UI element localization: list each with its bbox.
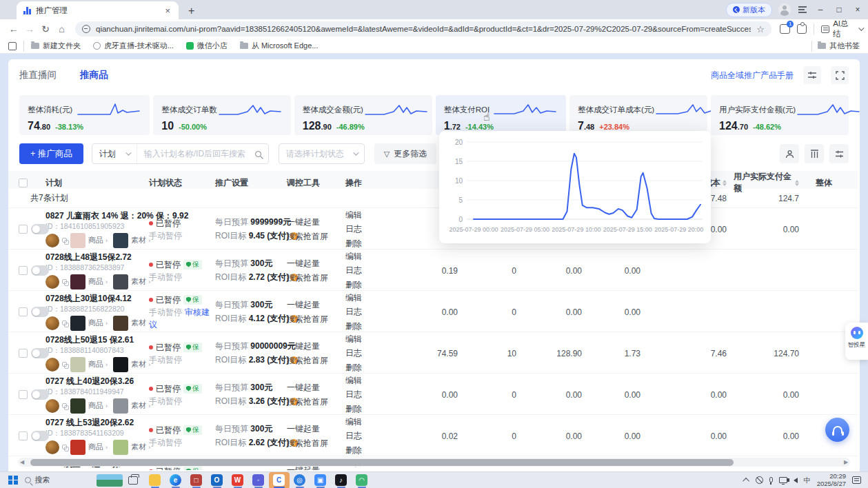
edit-link[interactable]: 编辑 xyxy=(345,415,387,429)
stat-card-5[interactable]: 整体成交订单成本(元)7.48+23.84% xyxy=(569,95,707,135)
browser-tab[interactable]: 推广管理 × xyxy=(17,1,179,19)
taskbar-app-wps-office[interactable]: W xyxy=(228,472,248,488)
search-top-screen-link[interactable]: 搜索抢首屏 xyxy=(287,436,345,450)
system-clock[interactable]: 20:29 2025/8/27 xyxy=(817,473,846,488)
one-click-boost-link[interactable]: 一键起量 xyxy=(287,339,345,353)
log-link[interactable]: 日志 xyxy=(345,305,387,318)
adjust-settings-button[interactable] xyxy=(803,66,821,84)
custom-audience-button[interactable] xyxy=(780,144,799,163)
taskbar-app-outlook[interactable]: O xyxy=(207,472,228,488)
bookmark-item-2[interactable]: 微信小店 xyxy=(186,41,228,51)
material-link[interactable]: 素材 › xyxy=(131,236,150,245)
display-cast-icon[interactable] xyxy=(779,477,787,483)
edit-link[interactable]: 编辑 xyxy=(345,250,387,263)
edit-link[interactable]: 编辑 xyxy=(345,291,387,305)
product-thumbnail[interactable] xyxy=(70,274,85,289)
plan-name[interactable]: 0728线上50退15 保2.61 xyxy=(46,335,149,345)
row-enable-toggle[interactable] xyxy=(31,224,49,234)
material-link[interactable]: 素材 › xyxy=(131,401,150,411)
plan-name[interactable]: 0827 儿童雨衣 14% 退：20% 保：9.92 xyxy=(46,211,149,221)
speaker-icon[interactable] xyxy=(794,478,798,483)
stat-card-1[interactable]: 整体消耗(元)74.80-38.13% xyxy=(19,95,150,135)
tab-promote-product[interactable]: 推商品 xyxy=(80,69,108,81)
new-tab-button[interactable]: + xyxy=(188,5,194,19)
taskbar-app-app-blue[interactable]: ▣ xyxy=(310,472,331,488)
new-version-badge[interactable]: 新版本 xyxy=(726,3,772,17)
product-link[interactable]: 商品 › xyxy=(88,401,108,411)
tab-live-room[interactable]: 推直播间 xyxy=(19,69,57,81)
material-link[interactable]: 素材 › xyxy=(131,277,150,287)
material-thumbnail[interactable] xyxy=(113,398,128,414)
table-settings-button[interactable] xyxy=(829,144,849,163)
url-bar[interactable]: qianchuan.jinritemai.com/uni-prom?aavid=… xyxy=(75,21,771,37)
tray-expand-icon[interactable] xyxy=(743,478,749,485)
log-link[interactable]: 日志 xyxy=(345,222,387,236)
edit-link[interactable]: 编辑 xyxy=(345,332,387,346)
product-thumbnail[interactable] xyxy=(70,316,85,331)
search-top-screen-link[interactable]: 搜索抢首屏 xyxy=(287,354,345,367)
row-enable-toggle[interactable] xyxy=(31,389,49,400)
promote-product-button[interactable]: + 推广商品 xyxy=(19,143,83,164)
delete-link[interactable]: 删除 xyxy=(345,402,387,416)
edit-link[interactable]: 编辑 xyxy=(345,374,387,387)
delete-link[interactable]: 删除 xyxy=(345,319,387,333)
extensions-puzzle-icon[interactable] xyxy=(797,24,807,34)
ai-assistant-widget[interactable]: 智投星 xyxy=(845,323,868,360)
log-link[interactable]: 日志 xyxy=(345,263,387,277)
one-click-boost-link[interactable]: 一键起量 xyxy=(287,298,345,312)
widgets-button[interactable] xyxy=(97,474,123,487)
log-link[interactable]: 日志 xyxy=(345,429,387,443)
row-checkbox[interactable] xyxy=(19,431,28,440)
more-filters-button[interactable]: ▽更多筛选 xyxy=(374,143,436,164)
material-thumbnail[interactable] xyxy=(113,233,128,248)
plan-name[interactable]: 0727 线上40退20保3.26 xyxy=(46,376,149,387)
product-thumbnail[interactable] xyxy=(70,398,85,414)
taskbar-app-app-purple[interactable]: ◦ xyxy=(248,472,269,488)
taskbar-app-app-red[interactable]: □ xyxy=(186,472,207,488)
log-link[interactable]: 日志 xyxy=(345,387,387,401)
product-link[interactable]: 商品 › xyxy=(88,360,108,369)
stat-card-4[interactable]: 整体支付ROI1.72-14.43% xyxy=(436,95,566,135)
material-thumbnail[interactable] xyxy=(113,274,128,289)
tab-close-icon[interactable]: × xyxy=(162,6,173,16)
bookmark-item-1[interactable]: 虎牙直播-技术驱动... xyxy=(93,41,174,51)
product-manual-link[interactable]: 商品全域推广产品手册 xyxy=(711,70,794,81)
site-info-icon[interactable] xyxy=(82,25,90,33)
row-enable-toggle[interactable] xyxy=(31,265,49,276)
search-top-screen-link[interactable]: 搜索抢首屏 xyxy=(287,230,345,243)
select-all-checkbox[interactable] xyxy=(19,179,28,187)
plan-status-select[interactable]: 请选择计划状态 xyxy=(279,143,365,164)
taskbar-search[interactable]: 搜索 xyxy=(25,475,91,485)
product-thumbnail[interactable] xyxy=(70,233,85,248)
taskbar-app-douyin[interactable]: ♪ xyxy=(331,472,352,488)
row-checkbox[interactable] xyxy=(19,390,28,399)
plan-search-input[interactable]: 输入计划名称/ID后回车搜索 xyxy=(137,144,268,163)
stat-card-2[interactable]: 整体成交订单数10-50.00% xyxy=(153,95,291,135)
one-click-boost-link[interactable]: 一键起量 xyxy=(287,256,345,270)
bookmark-item-3[interactable]: 从 Microsoft Edge... xyxy=(240,41,319,51)
material-link[interactable]: 素材 › xyxy=(131,360,150,369)
one-click-boost-link[interactable]: 一键起量 xyxy=(287,422,345,436)
row-checkbox[interactable] xyxy=(19,307,28,316)
task-view-button[interactable] xyxy=(128,476,138,485)
back-button[interactable]: ← xyxy=(6,23,21,34)
home-button[interactable]: ⌂ xyxy=(54,23,70,34)
microphone-icon[interactable] xyxy=(769,477,773,482)
taskbar-app-qianchuan-active[interactable]: C xyxy=(269,472,290,488)
apps-shortcut-icon[interactable] xyxy=(8,42,17,50)
taskbar-app-file-explorer[interactable] xyxy=(145,472,165,488)
extension-notification-icon[interactable]: 1 xyxy=(780,24,790,34)
scroll-left-arrow[interactable]: ◀ xyxy=(18,459,26,465)
delete-link[interactable]: 删除 xyxy=(345,278,387,292)
row-checkbox[interactable] xyxy=(19,225,28,234)
bookmark-star-icon[interactable]: ☆ xyxy=(756,24,765,34)
scrollbar-thumb[interactable] xyxy=(30,459,734,466)
product-link[interactable]: 商品 › xyxy=(88,318,108,328)
notification-center-icon[interactable] xyxy=(852,476,861,484)
material-link[interactable]: 素材 › xyxy=(131,443,150,452)
one-click-boost-link[interactable]: 一键起量 xyxy=(287,215,345,229)
row-checkbox[interactable] xyxy=(19,266,28,275)
row-enable-toggle[interactable] xyxy=(31,307,49,317)
browser-profile-avatar[interactable] xyxy=(778,3,791,16)
material-thumbnail[interactable] xyxy=(113,316,128,331)
